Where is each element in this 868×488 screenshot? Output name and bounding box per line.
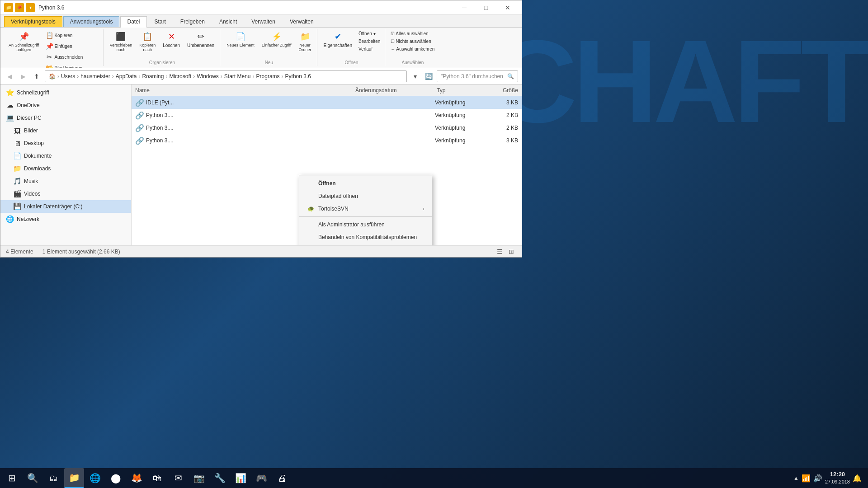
ribbon-group-label-auswahlen: Auswählen — [401, 58, 424, 65]
maximize-button[interactable]: □ — [476, 0, 496, 15]
tab-verwalten1[interactable]: Verwalten — [245, 16, 282, 27]
taskbar-time[interactable]: 12:20 27.09.2018 — [825, 471, 850, 485]
file-row-python1[interactable]: 🔗 Python 3.... Verknüpfung 2 KB — [132, 109, 522, 122]
ribbon-btn-nichts-auswahlen[interactable]: ☐ Nichts auswählen — [389, 38, 436, 45]
sidebar-label-downloads: Downloads — [24, 165, 51, 172]
ribbon-btn-neues-element[interactable]: 📄 Neues Element — [224, 30, 257, 48]
ribbon-btn-umbenennen[interactable]: ✏ Umbenennen — [184, 30, 217, 49]
sidebar-item-dieser-pc[interactable]: 💻 Dieser PC — [0, 112, 131, 124]
app1-button[interactable]: 📷 — [189, 468, 209, 488]
back-button[interactable]: ◀ — [4, 71, 15, 82]
minimize-button[interactable]: ─ — [454, 0, 475, 15]
explorer-window: 📁 📌 ▾ Python 3.6 ─ □ ✕ Verknüpfungstools… — [0, 0, 522, 258]
mail-button[interactable]: ✉ — [168, 468, 188, 488]
ribbon-btn-einfuegen[interactable]: 📌 Einfügen — [43, 41, 100, 51]
view-list-button[interactable]: ☰ — [495, 247, 505, 257]
desktop-icon: 🖥 — [13, 139, 21, 147]
taskbar: ⊞ 🔍 🗂 📁 🌐 ⬤ 🦊 🛍 ✉ 📷 🔧 📊 🎮 🖨 ▲ 📶 🔊 12:20 … — [0, 468, 868, 488]
ribbon-btn-einfacher-zugriff[interactable]: ⚡ Einfacher Zugriff — [259, 30, 294, 48]
ctx-item-administrator[interactable]: Als Administrator ausführen — [299, 218, 432, 231]
app5-button[interactable]: 🖨 — [272, 468, 292, 488]
close-button[interactable]: ✕ — [497, 0, 518, 15]
app2-button[interactable]: 🔧 — [210, 468, 230, 488]
sidebar-item-downloads[interactable]: 📁 Downloads — [0, 162, 131, 175]
start-button[interactable]: ⊞ — [2, 468, 22, 488]
ribbon-btn-offnen[interactable]: Öffnen ▾ — [357, 30, 382, 37]
file-list-header: Name Änderungsdatum Typ Größe — [132, 84, 522, 96]
tray-volume-icon[interactable]: 🔊 — [813, 474, 822, 483]
cut-icon: ✂ — [45, 53, 53, 61]
app3-button[interactable]: 📊 — [231, 468, 250, 488]
ribbon-btn-kopieren[interactable]: 📋 Kopieren — [43, 30, 100, 40]
ribbon-btn-auswahl-umkehren[interactable]: ↔ Auswahl umkehren — [389, 46, 436, 52]
tray-arrow[interactable]: ▲ — [793, 475, 799, 481]
col-header-date[interactable]: Änderungsdatum — [355, 87, 437, 94]
sidebar-item-desktop[interactable]: 🖥 Desktop — [0, 137, 131, 150]
path-programs: Programs — [256, 73, 280, 80]
ribbon-btn-verlauf[interactable]: Verlauf — [357, 46, 382, 52]
ctx-item-start-anheften[interactable]: An "Start" anheften — [299, 244, 432, 245]
sidebar-item-videos[interactable]: 🎬 Videos — [0, 188, 131, 200]
up-button[interactable]: ⬆ — [31, 71, 42, 82]
tab-verwalten2[interactable]: Verwalten — [283, 16, 321, 27]
sidebar-item-dokumente[interactable]: 📄 Dokumente — [0, 150, 131, 162]
paste-icon: 📌 — [45, 42, 53, 50]
edge-button[interactable]: 🌐 — [85, 468, 105, 488]
file-row-idle[interactable]: 🔗 IDLE (Pyt... Verknüpfung 3 KB — [132, 96, 522, 109]
ctx-item-kompatibilitat[interactable]: Behandeln von Kompatibilitätsproblemen — [299, 231, 432, 244]
ctx-item-dateipfad[interactable]: Dateipfad öffnen — [299, 190, 432, 202]
col-header-size[interactable]: Größe — [482, 87, 518, 94]
ctx-label-kompatibilitat: Behandeln von Kompatibilitätsproblemen — [318, 234, 425, 240]
tab-freigeben[interactable]: Freigeben — [174, 16, 212, 27]
ribbon-btn-neuer-ordner[interactable]: 📁 NeuerOrdner — [296, 30, 314, 53]
sidebar-item-netzwerk[interactable]: 🌐 Netzwerk — [0, 213, 131, 225]
sidebar-item-musik[interactable]: 🎵 Musik — [0, 175, 131, 188]
ribbon-btn-eigenschaften[interactable]: ✔ Eigenschaften — [321, 30, 355, 49]
view-grid-button[interactable]: ⊞ — [506, 247, 516, 257]
address-path[interactable]: 🏠 › Users › hausmeister › AppData › Roam… — [45, 70, 407, 82]
tab-verknupfungstools[interactable]: Verknüpfungstools — [4, 16, 62, 27]
tray-network-icon[interactable]: 📶 — [802, 474, 811, 483]
forward-button[interactable]: ▶ — [18, 71, 28, 82]
sidebar-item-bilder[interactable]: 🖼 Bilder — [0, 124, 131, 137]
window-title: Python 3.6 — [38, 5, 454, 11]
music-icon: 🎵 — [13, 177, 21, 185]
taskview-button[interactable]: 🗂 — [43, 468, 63, 488]
ribbon-btn-kopieren-nach[interactable]: 📋 Kopierennach — [137, 30, 158, 53]
tab-start[interactable]: Start — [148, 16, 173, 27]
search-box[interactable]: "Python 3.6" durchsuchen 🔍 — [437, 70, 518, 82]
ribbon-btn-loschen[interactable]: ✕ Löschen — [160, 30, 183, 49]
ribbon-btn-bearbeiten[interactable]: Bearbeiten — [357, 38, 382, 45]
ctx-item-tortoisesvn[interactable]: 🐢 TortoiseSVN › — [299, 202, 432, 215]
tray-notification-icon[interactable]: 🔔 — [853, 474, 862, 483]
col-header-type[interactable]: Typ — [437, 87, 482, 94]
ribbon-btn-schnellzugriff[interactable]: 📌 An Schnellzugriffanfügen — [6, 30, 42, 53]
col-header-name[interactable]: Name — [135, 87, 355, 94]
sidebar-item-lokaler-datentrager[interactable]: 💾 Lokaler Datenträger (C:) — [0, 200, 131, 213]
explorer-taskbar-button[interactable]: 📁 — [64, 468, 84, 488]
search-button[interactable]: 🔍 — [23, 468, 42, 488]
file-size-idle: 3 KB — [482, 99, 518, 106]
sidebar-item-schnellzugriff[interactable]: ⭐ Schnellzugriff — [0, 86, 131, 99]
chrome-button[interactable]: ⬤ — [106, 468, 126, 488]
sidebar-label-videos: Videos — [24, 191, 40, 197]
ctx-item-offnen[interactable]: Öffnen — [299, 177, 432, 190]
file-type-idle: Verknüpfung — [435, 99, 480, 106]
ribbon-btn-alles-auswahlen[interactable]: ☑ Alles auswählen — [389, 30, 436, 37]
dropdown-button[interactable]: ▾ — [410, 71, 420, 82]
ribbon-btn-ausschneiden[interactable]: ✂ Ausschneiden — [43, 52, 100, 62]
app4-button[interactable]: 🎮 — [251, 468, 271, 488]
sidebar-label-dieser-pc: Dieser PC — [17, 115, 42, 121]
sidebar-item-onedrive[interactable]: ☁ OneDrive — [0, 99, 131, 112]
status-items-count: 4 Elemente — [6, 249, 33, 255]
file-row-python2[interactable]: 🔗 Python 3.... Verknüpfung 2 KB — [132, 122, 522, 134]
refresh-button[interactable]: 🔄 — [423, 71, 434, 82]
tab-datei[interactable]: Datei — [120, 16, 146, 28]
firefox-button[interactable]: 🦊 — [127, 468, 146, 488]
store-button[interactable]: 🛍 — [147, 468, 167, 488]
ribbon-btn-verschieben[interactable]: ⬛ Verschiebennach — [107, 30, 135, 53]
tab-ansicht[interactable]: Ansicht — [212, 16, 244, 27]
file-size-python1: 2 KB — [482, 112, 518, 118]
tab-anwendungstools[interactable]: Anwendungstools — [63, 16, 120, 27]
file-row-python3[interactable]: 🔗 Python 3.... Verknüpfung 3 KB — [132, 134, 522, 147]
